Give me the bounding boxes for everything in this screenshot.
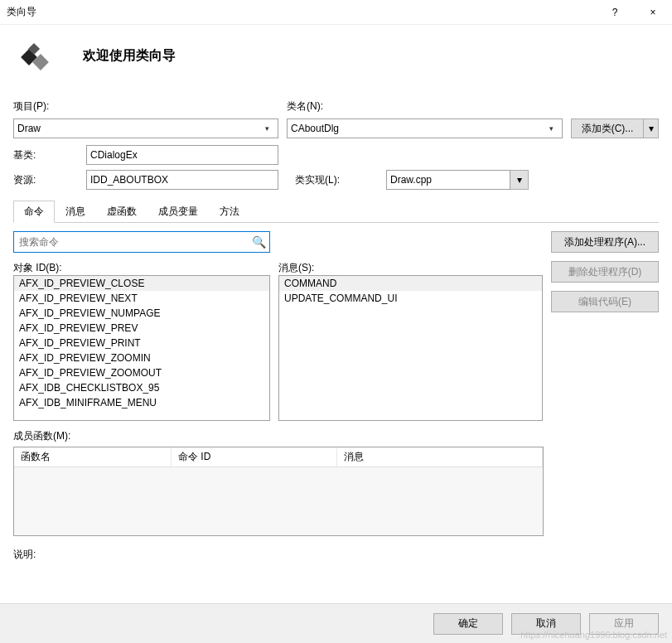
class-impl-dropdown[interactable]: ▾	[510, 170, 529, 190]
base-class-field: CDialogEx	[86, 145, 278, 165]
tab-methods[interactable]: 方法	[209, 201, 250, 223]
description-label: 说明:	[13, 548, 659, 562]
class-impl-field[interactable]: Draw.cpp	[386, 170, 510, 190]
list-item[interactable]: AFX_ID_PREVIEW_PREV	[14, 321, 269, 336]
tab-commands[interactable]: 命令	[13, 201, 55, 223]
class-impl-label: 类实现(L):	[287, 173, 378, 187]
class-name-value: CAboutDlg	[291, 123, 544, 134]
window-title: 类向导	[7, 5, 596, 19]
project-value: Draw	[17, 123, 259, 134]
table-header: 函数名 命令 ID 消息	[14, 447, 543, 467]
list-item[interactable]: AFX_IDB_CHECKLISTBOX_95	[14, 380, 269, 395]
header: 欢迎使用类向导	[0, 25, 672, 99]
close-button[interactable]: ×	[634, 0, 672, 25]
list-item[interactable]: AFX_IDB_MINIFRAME_MENU	[14, 395, 269, 410]
chevron-down-icon: ▾	[544, 124, 558, 133]
resource-label: 资源:	[13, 173, 78, 187]
add-handler-button[interactable]: 添加处理程序(A)...	[551, 231, 659, 253]
list-item[interactable]: AFX_ID_PREVIEW_NUMPAGE	[14, 306, 269, 321]
add-class-button[interactable]: 添加类(C)...	[571, 118, 644, 138]
ok-button[interactable]: 确定	[433, 613, 503, 635]
resource-field: IDD_ABOUTBOX	[86, 170, 278, 190]
list-item[interactable]: COMMAND	[279, 276, 542, 291]
object-ids-list[interactable]: AFX_ID_PREVIEW_CLOSE AFX_ID_PREVIEW_NEXT…	[13, 275, 270, 421]
chevron-down-icon: ▾	[649, 123, 654, 134]
apply-button[interactable]: 应用	[589, 613, 659, 635]
cancel-button[interactable]: 取消	[511, 613, 581, 635]
messages-label: 消息(S):	[278, 261, 543, 275]
tab-messages[interactable]: 消息	[55, 201, 96, 223]
class-name-combo[interactable]: CAboutDlg ▾	[287, 118, 563, 138]
project-combo[interactable]: Draw ▾	[13, 118, 278, 138]
tabstrip: 命令 消息 虚函数 成员变量 方法	[13, 200, 659, 223]
list-item[interactable]: AFX_ID_PREVIEW_ZOOMOUT	[14, 365, 269, 380]
tab-member-vars[interactable]: 成员变量	[147, 201, 209, 223]
help-button[interactable]: ?	[596, 0, 634, 25]
add-class-dropdown[interactable]: ▾	[644, 118, 659, 138]
th-func[interactable]: 函数名	[14, 447, 172, 467]
delete-handler-button[interactable]: 删除处理程序(D)	[551, 261, 659, 283]
chevron-down-icon: ▾	[259, 124, 274, 133]
search-input[interactable]	[17, 235, 252, 249]
list-item[interactable]: AFX_ID_PREVIEW_CLOSE	[14, 276, 269, 291]
chevron-down-icon: ▾	[517, 174, 522, 186]
member-funcs-table[interactable]: 函数名 命令 ID 消息	[13, 447, 544, 536]
list-item[interactable]: AFX_ID_PREVIEW_PRINT	[14, 336, 269, 351]
list-item[interactable]: AFX_ID_PREVIEW_NEXT	[14, 291, 269, 306]
add-class-split-button[interactable]: 添加类(C)... ▾	[571, 118, 659, 138]
member-funcs-label: 成员函数(M):	[13, 429, 659, 443]
list-item[interactable]: AFX_ID_PREVIEW_ZOOMIN	[14, 351, 269, 365]
search-box[interactable]: 🔍	[13, 231, 270, 253]
project-label: 项目(P):	[13, 99, 278, 114]
wizard-logo-icon	[17, 35, 58, 76]
class-name-label: 类名(N):	[287, 99, 551, 114]
list-item[interactable]: UPDATE_COMMAND_UI	[279, 291, 542, 306]
object-ids-label: 对象 ID(B):	[13, 261, 270, 275]
dialog-button-bar: 确定 取消 应用	[0, 603, 672, 643]
base-class-label: 基类:	[13, 148, 78, 162]
titlebar: 类向导 ? ×	[0, 0, 672, 25]
tab-virtual[interactable]: 虚函数	[96, 201, 147, 223]
th-msg[interactable]: 消息	[337, 447, 543, 467]
edit-code-button[interactable]: 编辑代码(E)	[551, 291, 659, 312]
search-icon: 🔍	[252, 235, 266, 249]
content-area: 项目(P): 类名(N): Draw ▾ CAboutDlg ▾ 添加类(C).…	[0, 99, 672, 562]
messages-list[interactable]: COMMAND UPDATE_COMMAND_UI	[278, 275, 543, 421]
th-cmdid[interactable]: 命令 ID	[172, 447, 337, 467]
welcome-title: 欢迎使用类向导	[83, 47, 176, 65]
